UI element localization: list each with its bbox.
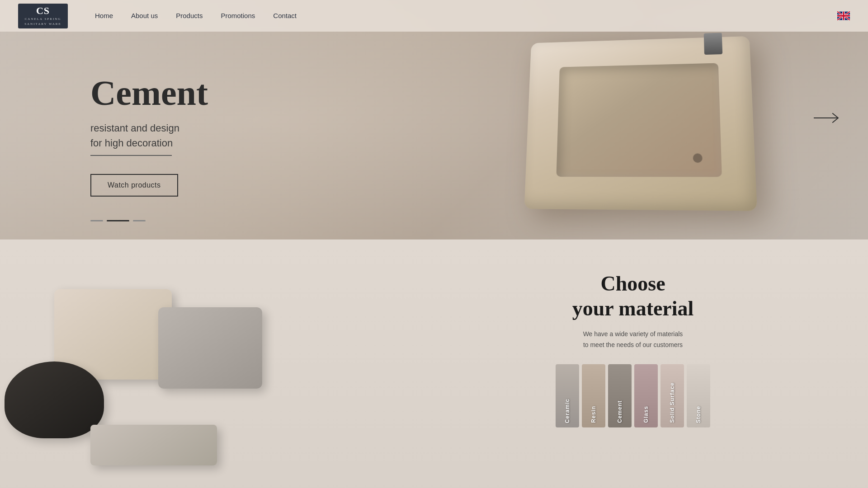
sink-inner (556, 63, 722, 177)
hero-title: Cement (90, 75, 208, 112)
swatch-stone[interactable]: Stone (687, 364, 710, 427)
sink-black (5, 361, 104, 438)
logo-tagline: SANITARY WARE (24, 22, 61, 26)
nav-promotions[interactable]: Promotions (221, 12, 255, 19)
logo-letters: CS (36, 6, 50, 16)
sink-visual (488, 0, 805, 235)
swatch-label-stone: Stone (695, 402, 702, 423)
hero-nav-indicators (90, 220, 146, 221)
swatch-label-solid-surface: Solid Surface (669, 379, 675, 423)
swatch-label-ceramic: Ceramic (564, 395, 571, 423)
swatch-ceramic[interactable]: Ceramic (556, 364, 579, 427)
swatch-label-cement: Cement (617, 397, 623, 423)
material-subtitle: We have a wide variety of materials to m… (583, 329, 683, 351)
swatch-label-glass: Glass (643, 402, 649, 423)
nav-about[interactable]: About us (131, 12, 158, 19)
swatch-label-resin: Resin (590, 402, 597, 423)
sink-body (524, 36, 757, 211)
material-section: Choose your material We have a wide vari… (407, 253, 868, 449)
sink-tap (704, 33, 723, 55)
nav-home[interactable]: Home (95, 12, 113, 19)
sink-drain (693, 154, 703, 163)
swatches-row: CeramicResinCementGlassSolid SurfaceSton… (556, 364, 710, 427)
sink-grey (158, 307, 262, 389)
hero-next-arrow[interactable] (814, 109, 841, 131)
hero-product-image (470, 0, 823, 239)
swatch-resin[interactable]: Resin (582, 364, 605, 427)
sink-flat (90, 425, 217, 465)
hero-section: Cement resistant and design for high dec… (0, 0, 868, 239)
material-title: Choose your material (572, 271, 694, 321)
navbar: CS CANELA SPRING SANITARY WARE Home Abou… (0, 0, 868, 32)
nav-products[interactable]: Products (176, 12, 203, 19)
lower-section: Choose your material We have a wide vari… (0, 239, 868, 488)
language-flag[interactable] (837, 11, 850, 20)
products-image-area (0, 253, 407, 488)
hero-content: Cement resistant and design for high dec… (0, 43, 208, 197)
logo-area[interactable]: CS CANELA SPRING SANITARY WARE (18, 4, 68, 28)
nav-dot-3[interactable] (133, 220, 146, 221)
nav-dot-1[interactable] (90, 220, 103, 221)
swatch-solid-surface[interactable]: Solid Surface (660, 364, 684, 427)
nav-dot-2[interactable] (107, 220, 129, 221)
watch-products-button[interactable]: Watch products (90, 174, 178, 197)
nav-links: Home About us Products Promotions Contac… (95, 12, 837, 20)
hero-subtitle: resistant and design for high decoration (90, 121, 208, 156)
logo-subtext: CANELA SPRING (25, 17, 61, 21)
swatch-glass[interactable]: Glass (634, 364, 658, 427)
logo[interactable]: CS CANELA SPRING SANITARY WARE (18, 4, 68, 28)
swatch-cement[interactable]: Cement (608, 364, 632, 427)
nav-contact[interactable]: Contact (273, 12, 297, 19)
